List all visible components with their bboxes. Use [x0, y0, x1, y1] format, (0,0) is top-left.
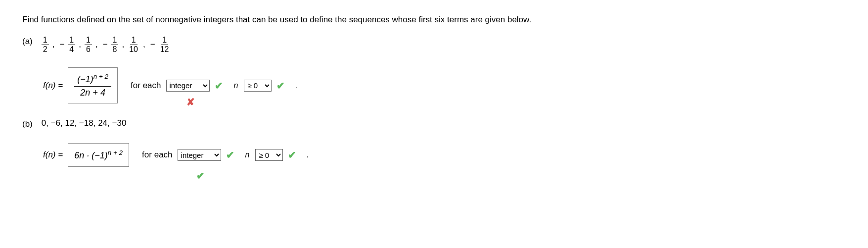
period: .	[295, 81, 297, 90]
minus: −	[58, 40, 66, 50]
frac-den: 10	[128, 45, 139, 54]
correct-icon: ✔	[215, 80, 223, 92]
part-a-label: (a)	[22, 36, 33, 47]
comma: ,	[51, 40, 56, 50]
correct-icon: ✔	[276, 80, 285, 92]
incorrect-icon: ✘	[186, 96, 195, 108]
frac-num: 1	[111, 36, 119, 45]
comma: ,	[94, 40, 99, 50]
minus: −	[149, 40, 157, 50]
part-a-answer-row: f(n) = (−1)n + 2 2n + 4 ✘ for each integ…	[43, 67, 858, 103]
part-a: (a) 12, − 14, 16, − 18, 110, − 112 f(n) …	[22, 36, 858, 103]
correct-icon: ✔	[196, 170, 205, 182]
for-each-label: for each	[142, 150, 172, 160]
fn-label: f(n) =	[43, 150, 63, 160]
part-b-type-dropdown[interactable]: integer	[178, 149, 221, 161]
part-b: (b) 0, −6, 12, −18, 24, −30 f(n) = 6n · …	[22, 118, 858, 167]
comma: ,	[120, 40, 126, 50]
comma: ,	[77, 40, 83, 50]
period: .	[306, 150, 308, 159]
answer-denom: 2n + 4	[77, 87, 108, 99]
answer-part1: 6n · (−1)	[74, 150, 108, 160]
part-a-sequence: 12, − 14, 16, − 18, 110, − 112	[42, 36, 171, 53]
frac-num: 1	[85, 36, 92, 45]
frac-den: 8	[111, 45, 119, 54]
part-b-range-dropdown[interactable]: ≥ 0	[255, 149, 283, 161]
answer-exp: n + 2	[108, 149, 123, 156]
correct-icon: ✔	[288, 149, 296, 161]
frac-num: 1	[130, 36, 137, 45]
n-variable: n	[245, 150, 250, 159]
frac-num: 1	[68, 36, 75, 45]
frac-den: 6	[85, 45, 92, 54]
frac-den: 2	[42, 45, 49, 54]
answer-numer-exp: n + 2	[93, 73, 108, 80]
part-b-answer-input[interactable]: 6n · (−1)n + 2	[68, 143, 129, 167]
frac-num: 1	[161, 36, 168, 45]
question-text: Find functions defined on the set of non…	[22, 15, 858, 25]
correct-icon: ✔	[226, 149, 234, 161]
part-a-range-dropdown[interactable]: ≥ 0	[244, 80, 272, 92]
part-b-label: (b)	[22, 118, 33, 129]
for-each-label: for each	[131, 81, 161, 91]
answer-numer-base: (−1)	[77, 74, 93, 84]
part-a-type-dropdown[interactable]: integer	[166, 80, 210, 92]
frac-den: 4	[68, 45, 75, 54]
fn-label: f(n) =	[43, 81, 63, 91]
part-a-answer-input[interactable]: (−1)n + 2 2n + 4	[68, 67, 118, 103]
comma: ,	[141, 40, 147, 50]
part-b-sequence: 0, −6, 12, −18, 24, −30	[42, 118, 127, 128]
frac-num: 1	[42, 36, 49, 45]
part-b-answer-row: f(n) = 6n · (−1)n + 2 ✔ for each integer…	[43, 143, 858, 167]
n-variable: n	[234, 81, 238, 90]
frac-den: 12	[159, 45, 171, 54]
minus: −	[101, 40, 109, 50]
